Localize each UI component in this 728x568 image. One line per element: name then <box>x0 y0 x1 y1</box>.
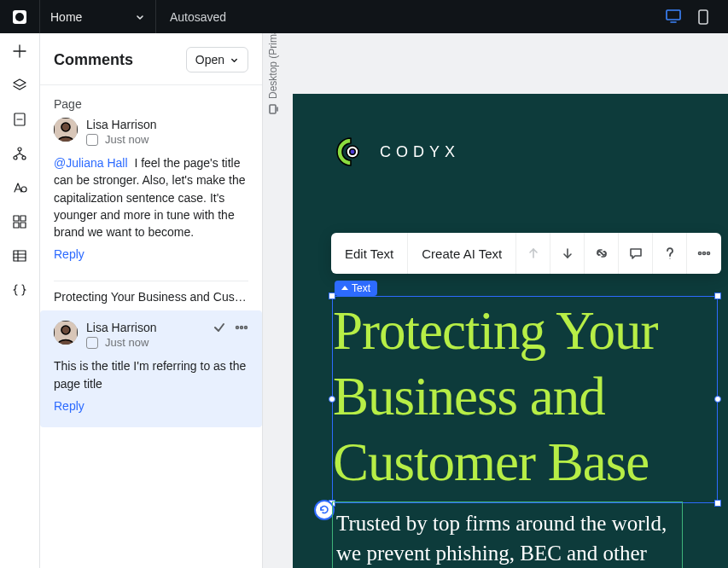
app-logo-button[interactable] <box>0 0 40 33</box>
page-button[interactable] <box>13 112 26 127</box>
floating-toolbar: Edit Text Create AI Text <box>331 233 721 274</box>
more-icon[interactable] <box>235 321 248 334</box>
svg-point-13 <box>21 187 26 192</box>
mobile-view-button[interactable] <box>697 9 709 26</box>
create-ai-text-button[interactable]: Create AI Text <box>408 233 516 274</box>
comments-title: Comments <box>54 51 133 69</box>
site-brand: CODYX <box>335 136 460 167</box>
site-structure-icon <box>12 146 27 161</box>
chevron-down-icon <box>135 12 145 22</box>
svg-point-12 <box>22 156 26 159</box>
selection-badge[interactable]: Text <box>335 281 377 296</box>
page-selector-label: Home <box>50 10 82 24</box>
help-button[interactable] <box>653 233 687 274</box>
revert-icon <box>318 504 330 516</box>
svg-point-38 <box>703 252 706 255</box>
svg-rect-16 <box>14 223 19 228</box>
page-subtitle-text[interactable]: Trusted by top firms around the world, w… <box>336 509 673 568</box>
svg-point-37 <box>699 252 702 255</box>
selection-badge-icon <box>341 286 348 290</box>
more-button[interactable] <box>687 233 721 274</box>
comment-context-title: Protecting Your Business and Cust… <box>40 281 262 307</box>
svg-rect-29 <box>270 105 276 113</box>
svg-rect-14 <box>14 216 19 221</box>
link-button[interactable] <box>585 233 619 274</box>
resize-handle[interactable] <box>329 293 335 299</box>
comments-filter-dropdown[interactable]: Open <box>186 47 248 72</box>
site-logo-icon <box>335 136 366 167</box>
check-icon[interactable] <box>213 321 226 334</box>
edit-text-button[interactable]: Edit Text <box>331 233 408 274</box>
comments-panel: Comments Open Page Lisa Harrison <box>40 33 263 568</box>
plus-icon <box>12 43 27 59</box>
svg-point-11 <box>14 156 17 159</box>
comment-thread[interactable]: Lisa Harrison Just now @Juliana Hall I f… <box>40 118 262 275</box>
breakpoint-icon <box>268 104 278 114</box>
arrow-down-icon <box>561 246 574 260</box>
comment-time: Just now <box>105 133 149 146</box>
comment-author: Lisa Harrison <box>86 321 156 334</box>
arrow-up-icon <box>527 246 540 260</box>
typography-button[interactable] <box>12 180 27 195</box>
canvas-area[interactable]: Desktop (Primary) CODYX <box>263 33 728 568</box>
resize-handle[interactable] <box>714 500 721 507</box>
avatar-image <box>54 321 78 345</box>
add-button[interactable] <box>12 43 27 59</box>
svg-point-1 <box>15 13 24 21</box>
table-icon <box>12 248 27 264</box>
page-title-text[interactable]: Protecting Your Business and Customer Ba… <box>333 297 717 502</box>
reply-button[interactable]: Reply <box>54 247 84 261</box>
svg-point-10 <box>18 148 21 151</box>
svg-point-25 <box>61 326 70 334</box>
svg-rect-2 <box>667 10 680 20</box>
avatar <box>54 118 78 142</box>
svg-rect-15 <box>20 216 26 221</box>
layers-button[interactable] <box>12 78 27 93</box>
reply-button[interactable]: Reply <box>54 399 84 413</box>
components-button[interactable] <box>12 214 27 229</box>
comment-button[interactable] <box>619 233 653 274</box>
comment-body: This is the title I'm referring to as th… <box>54 357 248 392</box>
svg-point-28 <box>245 327 248 329</box>
page-icon <box>13 112 26 127</box>
typography-icon <box>12 180 27 195</box>
comment-body: @Juliana Hall I feel the page's title ca… <box>54 154 248 241</box>
desktop-view-button[interactable] <box>665 9 682 26</box>
move-up-button[interactable] <box>516 233 550 274</box>
svg-point-32 <box>350 149 355 154</box>
resolve-checkbox[interactable] <box>86 337 98 349</box>
selected-text-element[interactable]: Protecting Your Business and Customer Ba… <box>332 296 718 503</box>
subtitle-element[interactable]: Trusted by top firms around the world, w… <box>332 501 683 568</box>
svg-point-39 <box>708 252 710 255</box>
code-braces-icon <box>12 282 27 298</box>
left-sidebar <box>0 33 40 568</box>
grid-icon <box>12 214 27 229</box>
comment-author: Lisa Harrison <box>86 118 156 131</box>
avatar-image <box>54 118 78 142</box>
svg-rect-17 <box>20 223 26 228</box>
comments-filter-label: Open <box>195 53 224 67</box>
top-bar: Home Autosaved <box>0 0 728 33</box>
mention[interactable]: @Juliana Hall <box>54 156 128 170</box>
more-horizontal-icon <box>696 246 712 261</box>
data-button[interactable] <box>12 248 27 264</box>
comment-section-page: Page <box>40 85 262 118</box>
page-selector[interactable]: Home <box>40 0 156 33</box>
svg-rect-18 <box>14 251 26 261</box>
svg-rect-4 <box>699 10 708 24</box>
code-button[interactable] <box>12 282 27 298</box>
resize-handle[interactable] <box>714 396 721 403</box>
comment-thread-selected[interactable]: Lisa Harrison Just now This is the title… <box>40 310 262 427</box>
autosave-status: Autosaved <box>156 10 240 24</box>
layers-icon <box>12 78 27 93</box>
resolve-checkbox[interactable] <box>86 134 98 146</box>
site-brand-name: CODYX <box>380 143 460 161</box>
move-down-button[interactable] <box>550 233 585 274</box>
comment-time: Just now <box>105 336 149 349</box>
svg-point-26 <box>236 327 239 329</box>
breakpoint-label[interactable]: Desktop (Primary) <box>267 33 279 114</box>
site-structure-button[interactable] <box>12 146 27 161</box>
mobile-icon <box>697 9 709 26</box>
svg-point-36 <box>669 258 670 258</box>
resize-handle[interactable] <box>714 293 721 299</box>
